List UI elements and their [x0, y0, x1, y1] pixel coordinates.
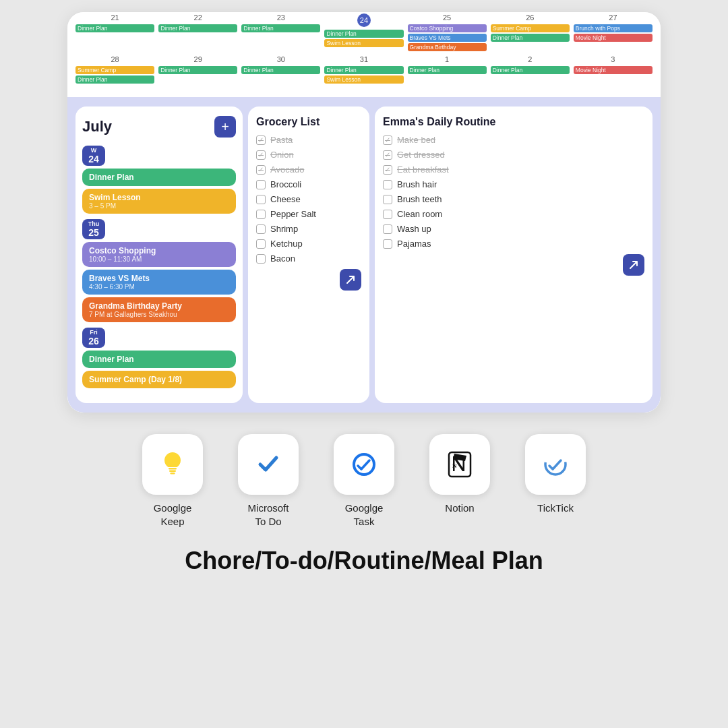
cal-event: Dinner Plan: [158, 24, 237, 32]
routine-checkbox[interactable]: [383, 210, 392, 219]
cal-day-num[interactable]: 24: [357, 13, 371, 27]
routine-item-label: Brush teeth: [397, 194, 442, 204]
app-item-ms-todo: MicrosoftTo Do: [238, 434, 299, 528]
sched-event[interactable]: Swim Lesson3 – 5 PM: [82, 189, 236, 214]
cal-day-22: 22Dinner Plan: [157, 12, 239, 53]
routine-item[interactable]: Brush hair: [383, 179, 644, 189]
grocery-checkbox[interactable]: [256, 210, 266, 219]
grocery-item[interactable]: Broccoli: [256, 179, 361, 189]
sched-event[interactable]: Dinner Plan: [82, 169, 236, 186]
cal-day-num[interactable]: 23: [241, 13, 320, 22]
cal-day-30: 30Dinner Plan: [240, 54, 322, 92]
grocery-item[interactable]: Ketchup: [256, 239, 361, 249]
ticktick-label: TickTick: [537, 502, 574, 515]
routine-checkbox[interactable]: [383, 239, 392, 249]
routine-item-label: Clean room: [397, 209, 442, 219]
routine-item[interactable]: ✓Get dressed: [383, 150, 644, 160]
svg-rect-3: [171, 473, 175, 475]
routine-item[interactable]: ✓Make bed: [383, 135, 644, 145]
grocery-checkbox[interactable]: ✓: [256, 150, 266, 160]
routine-checkbox[interactable]: ✓: [383, 150, 392, 160]
add-event-button[interactable]: +: [214, 116, 236, 138]
sched-event[interactable]: Summer Camp (Day 1/8): [82, 371, 236, 388]
routine-item[interactable]: Brush teeth: [383, 194, 644, 204]
cal-day-num[interactable]: 28: [75, 55, 154, 63]
google-keep-label: GooglgeKeep: [154, 502, 192, 528]
routine-panel: Emma's Daily Routine ✓Make bed✓Get dress…: [375, 107, 653, 403]
calendar-grid: 21Dinner Plan22Dinner Plan23Dinner Plan2…: [74, 12, 654, 92]
sched-event[interactable]: Dinner Plan: [82, 351, 236, 368]
cal-day-num[interactable]: 27: [574, 13, 653, 22]
routine-item[interactable]: Pajamas: [383, 239, 644, 249]
cal-day-num[interactable]: 30: [241, 55, 320, 63]
grocery-item-label: Onion: [270, 150, 294, 160]
routine-checkbox[interactable]: [383, 180, 392, 189]
routine-checkbox[interactable]: [383, 195, 392, 204]
grocery-item[interactable]: Bacon: [256, 253, 361, 264]
grocery-item[interactable]: ✓Avocado: [256, 164, 361, 175]
cal-event: Dinner Plan: [241, 24, 320, 32]
notion-icon[interactable]: N: [429, 434, 490, 495]
grocery-checkbox[interactable]: [256, 180, 266, 189]
cal-day-26: 26Summer CampDinner Plan: [489, 12, 571, 53]
schedule-month: July: [82, 118, 112, 135]
routine-item[interactable]: Wash up: [383, 224, 644, 234]
routine-checkbox[interactable]: ✓: [383, 135, 392, 145]
grocery-title: Grocery List: [256, 116, 361, 128]
svg-rect-10: [538, 447, 573, 482]
sched-event[interactable]: Braves VS Mets4:30 – 6:30 PM: [82, 270, 236, 295]
grocery-item[interactable]: ✓Onion: [256, 150, 361, 160]
sched-event[interactable]: Costco Shopping10:00 – 11:30 AM: [82, 242, 236, 267]
grocery-item[interactable]: Pepper Salt: [256, 209, 361, 219]
schedule-days: W24Dinner PlanSwim Lesson3 – 5 PMThu25Co…: [82, 146, 236, 388]
grocery-item-label: Pasta: [270, 135, 293, 145]
grocery-items: ✓Pasta✓Onion✓AvocadoBroccoliCheesePepper…: [256, 135, 361, 264]
sched-events: Dinner PlanSummer Camp (Day 1/8): [82, 351, 236, 388]
sched-event[interactable]: Grandma Birthday Party7 PM at Gallaghers…: [82, 297, 236, 322]
grocery-item-label: Pepper Salt: [270, 209, 316, 219]
routine-checkbox[interactable]: ✓: [383, 165, 392, 175]
schedule-day-label: W24: [82, 146, 236, 166]
cal-day-num[interactable]: 21: [75, 13, 154, 22]
cal-day-num[interactable]: 2: [491, 55, 570, 63]
cal-day-num[interactable]: 31: [324, 55, 403, 63]
grocery-item[interactable]: ✓Pasta: [256, 135, 361, 145]
routine-item-label: Brush hair: [397, 179, 437, 189]
grocery-checkbox[interactable]: [256, 224, 266, 234]
cal-day-23: 23Dinner Plan: [240, 12, 322, 53]
schedule-day-group-24: W24Dinner PlanSwim Lesson3 – 5 PM: [82, 146, 236, 214]
day-badge: Thu25: [82, 219, 105, 239]
cal-day-num[interactable]: 25: [408, 13, 487, 22]
routine-item[interactable]: Clean room: [383, 209, 644, 219]
cal-event: Summer Camp: [491, 24, 570, 32]
grocery-external-button[interactable]: [340, 269, 361, 291]
svg-rect-1: [169, 468, 177, 470]
cal-day-num[interactable]: 22: [158, 13, 237, 22]
cal-day-num[interactable]: 3: [574, 55, 653, 63]
ticktick-icon[interactable]: [525, 434, 586, 495]
ms-todo-icon[interactable]: [238, 434, 299, 495]
grocery-item[interactable]: Cheese: [256, 194, 361, 204]
cal-event: Dinner Plan: [75, 24, 154, 32]
cal-day-num[interactable]: 26: [491, 13, 570, 22]
routine-item[interactable]: ✓Eat breakfast: [383, 164, 644, 175]
cal-day-29: 29Dinner Plan: [157, 54, 239, 92]
routine-external-button[interactable]: [623, 254, 644, 276]
grocery-checkbox[interactable]: ✓: [256, 165, 266, 175]
grocery-checkbox[interactable]: [256, 195, 266, 204]
grocery-checkbox[interactable]: [256, 239, 266, 249]
cal-day-num[interactable]: 1: [408, 55, 487, 63]
google-keep-icon[interactable]: [142, 434, 203, 495]
calendar-section: 21Dinner Plan22Dinner Plan23Dinner Plan2…: [67, 12, 661, 97]
grocery-checkbox[interactable]: ✓: [256, 135, 266, 145]
grocery-item-label: Avocado: [270, 164, 304, 175]
cal-event: Dinner Plan: [75, 75, 154, 84]
cal-day-28: 28Summer CampDinner Plan: [74, 54, 156, 92]
routine-checkbox[interactable]: [383, 224, 392, 234]
google-task-icon[interactable]: [334, 434, 394, 495]
cal-day-num[interactable]: 29: [158, 55, 237, 63]
grocery-checkbox[interactable]: [256, 254, 266, 264]
grocery-item[interactable]: Shrimp: [256, 224, 361, 234]
cal-event: Dinner Plan: [491, 34, 570, 42]
notion-label: Notion: [445, 502, 474, 515]
